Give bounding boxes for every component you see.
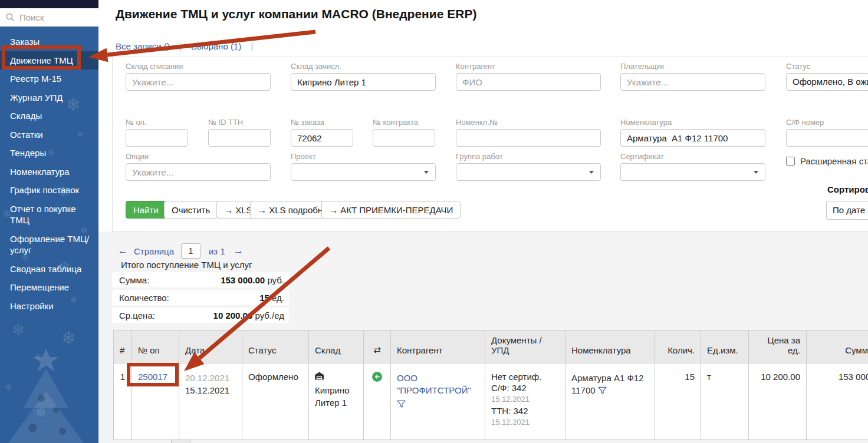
filter-label-sf-nomer: С/Ф номер: [786, 118, 824, 127]
filter-select-proekt[interactable]: [291, 163, 436, 181]
filter-label-sertifikat: Сертификат: [620, 152, 664, 161]
main-content: Движение ТМЦ и услуг компании MACRO (Вне…: [98, 0, 868, 443]
filter-select-gruppa-rabot[interactable]: [456, 163, 601, 181]
filter-label-status: Статус: [786, 62, 810, 71]
filter-input-sklad-spisaniya[interactable]: [126, 73, 271, 91]
filter-input-n-zakaza[interactable]: [291, 129, 353, 147]
sidebar-item-peremeshchenie[interactable]: Перемещение: [0, 278, 98, 297]
filter-input-optsii[interactable]: [126, 163, 271, 181]
filter-label-platelshchik: Плательщик: [620, 62, 664, 71]
page-number-input[interactable]: [181, 243, 200, 259]
row-nomenklatura: Арматура А1 Ф12 11700: [571, 373, 644, 395]
row-sklad: Киприно Литер 1: [315, 384, 357, 409]
filter-label-n-id-tth: № ID TTH: [208, 118, 243, 127]
col-header-status: Статус: [242, 330, 309, 363]
totals-label: Количество:: [119, 293, 169, 303]
row-qty: 15: [655, 363, 701, 440]
operation-link[interactable]: 250017: [138, 372, 167, 382]
col-header-date: Дата: [179, 330, 242, 363]
table-header-row: # № оп Дата Статус Склад ⇄ Контрагент До…: [114, 330, 868, 363]
filter-input-sklad-zachisl[interactable]: [291, 73, 436, 91]
filter-select-status[interactable]: Оформлено, В ожид: [786, 73, 868, 91]
sidebar-item-grafik-postavok[interactable]: График поставок: [0, 181, 98, 200]
totals-row-kolichestvo: Количество: 15 ед.: [112, 290, 289, 305]
warehouse-icon: [315, 372, 324, 380]
act-priemki-peredachi-button[interactable]: → АКТ ПРИЕМКИ-ПЕРЕДАЧИ: [321, 201, 461, 219]
row-date-1: 20.12.2021: [185, 372, 236, 384]
totals-unit: руб./ед: [252, 310, 284, 320]
tab-selected[interactable]: Выбрано (1): [191, 41, 241, 51]
extended-statistics-label: Расширенная ста: [800, 156, 868, 166]
filter-input-sf-nomer[interactable]: [786, 129, 868, 147]
filter-label-optsii: Опции: [126, 152, 149, 161]
sidebar-item-tendery[interactable]: Тендеры: [0, 144, 98, 163]
sidebar-item-otchet-o-pokupke[interactable]: Отчет о покупке ТМЦ: [0, 200, 98, 230]
extended-statistics-checkbox[interactable]: [786, 157, 795, 166]
filter-label-sklad-spisaniya: Склад списания: [126, 62, 183, 71]
doc-line: ТТН: 342: [491, 406, 559, 416]
movements-table-wrapper: # № оп Дата Статус Склад ⇄ Контрагент До…: [113, 330, 868, 440]
sidebar-item-zakazy[interactable]: Заказы: [0, 32, 98, 51]
page-title: Движение ТМЦ и услуг компании MACRO (Вне…: [116, 7, 476, 21]
filter-label-gruppa-rabot: Группа работ: [456, 152, 503, 161]
kontragent-link[interactable]: ООО "ПРОФИТСТРОЙ": [397, 373, 471, 395]
totals-row-sr-cena: Ср.цена: 10 200.00 руб./ед: [112, 308, 289, 323]
col-header-sum: Сумма,р.: [807, 330, 868, 363]
snowflake-icon: ❄: [35, 405, 46, 421]
filter-select-sertifikat[interactable]: [620, 163, 765, 181]
sidebar-search: [0, 8, 98, 27]
table-row: 1 250017 20.12.2021 15.12.2021 Оформлено…: [114, 363, 868, 440]
search-input[interactable]: [19, 12, 84, 22]
sidebar-item-sklady[interactable]: Склады: [0, 107, 98, 125]
totals-value: 10 200.00: [213, 310, 253, 320]
col-header-unit: Ед.изм.: [701, 330, 749, 363]
sidebar-item-reestr-m15[interactable]: Реестр М-15: [0, 70, 98, 88]
find-button[interactable]: Найти: [126, 201, 166, 219]
row-status: Оформлено: [242, 363, 309, 440]
row-sum: 153 000.00: [807, 363, 868, 440]
snowflake-icon: ❄: [12, 321, 25, 339]
filter-funnel-icon[interactable]: [598, 386, 607, 395]
filter-input-nomenkl-n[interactable]: [456, 129, 601, 147]
snowflake-icon: ❄: [34, 352, 41, 362]
col-header-price: Цена за ед.: [749, 330, 807, 363]
next-page-arrow[interactable]: →: [234, 245, 244, 257]
sidebar-nav: Заказы Движение ТМЦ Реестр М-15 Журнал У…: [0, 27, 98, 315]
search-icon: [6, 13, 15, 22]
totals-value: 153 000.00: [221, 275, 265, 285]
row-price: 10 200.00: [749, 363, 807, 440]
filter-label-n-zakaza: № заказа: [291, 118, 324, 127]
sidebar-item-nomenklatura[interactable]: Номенклатура: [0, 163, 98, 181]
sidebar-item-zhurnal-upd[interactable]: Журнал УПД: [0, 88, 98, 107]
col-header-direction-icon: ⇄: [364, 330, 391, 363]
filter-label-nomenklatura: Номенклатура: [620, 118, 672, 127]
pagination: ← Страница из 1 →: [118, 243, 244, 259]
col-header-num: #: [114, 330, 132, 363]
filter-input-platelshchik[interactable]: [620, 73, 765, 91]
sidebar-item-svodnaya-tablica[interactable]: Сводная таблица: [0, 260, 98, 279]
tab-separator: |: [179, 41, 182, 51]
sidebar-item-ostatki[interactable]: Остатки: [0, 125, 98, 144]
bottom-page-input-partial[interactable]: [171, 439, 190, 443]
prev-page-arrow[interactable]: ←: [118, 245, 128, 257]
filter-label-n-op: № оп.: [126, 118, 146, 127]
sidebar-item-nastroyki[interactable]: Настройки: [0, 297, 98, 316]
filter-input-n-op[interactable]: [126, 129, 188, 147]
filter-input-kontragent[interactable]: [456, 73, 601, 91]
filter-input-n-kontrakta[interactable]: [373, 129, 435, 147]
sidebar-item-dvizhenie-tmc[interactable]: Движение ТМЦ: [0, 51, 98, 70]
sort-select[interactable]: По дате: [826, 201, 868, 220]
col-header-op: № оп: [132, 330, 179, 363]
totals-title: Итого поступление ТМЦ и услуг: [121, 260, 252, 270]
filter-panel: Склад списания Склад зачисл. Контрагент …: [112, 57, 868, 232]
filter-label-kontragent: Контрагент: [456, 62, 495, 71]
sidebar-item-oformlenie-tmc[interactable]: Оформление ТМЦ/ услуг: [0, 230, 98, 260]
doc-date: 15.12.2021: [491, 418, 559, 427]
clear-button[interactable]: Очистить: [164, 201, 218, 219]
tab-all-records[interactable]: Все записи (): [116, 41, 170, 51]
totals-label: Сумма:: [119, 275, 149, 285]
filter-input-nomenklatura[interactable]: [620, 129, 765, 147]
row-num: 1: [114, 363, 132, 440]
filter-input-n-id-tth[interactable]: [208, 129, 271, 147]
filter-funnel-icon[interactable]: [397, 400, 406, 408]
